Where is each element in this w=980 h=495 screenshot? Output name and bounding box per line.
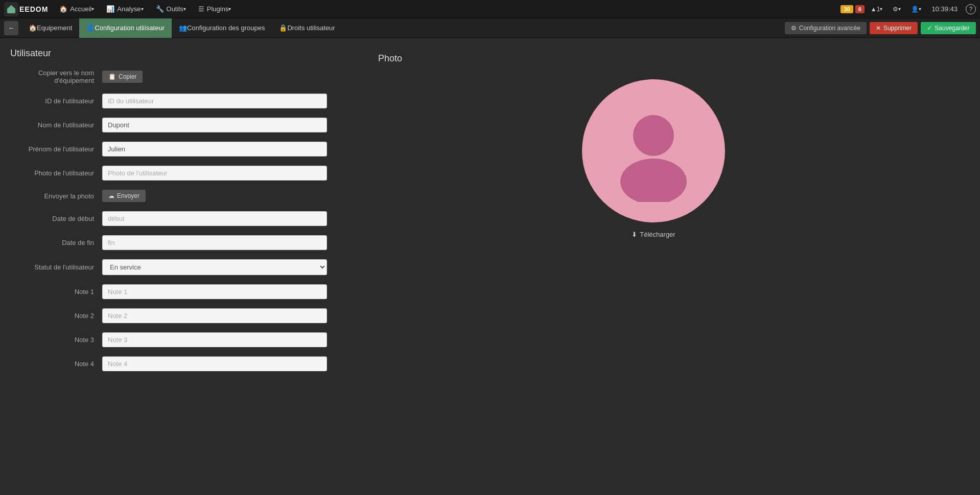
nom-input[interactable] [102, 118, 327, 132]
nav-analyse[interactable]: 📊 Analyse [100, 0, 149, 18]
note2-label: Note 2 [10, 312, 102, 320]
advanced-config-button[interactable]: ⚙ Configuration avancée [785, 22, 867, 34]
secondary-right: ⚙ Configuration avancée ✕ Supprimer ✓ Sa… [785, 22, 976, 34]
date-debut-row: Date de début [10, 211, 327, 226]
nav-right: 30 8 ▲ 1 ⚙ 👤 10:39:43 ? [841, 0, 976, 18]
right-panel: Photo ⬇ Télécharger [337, 48, 970, 380]
nav-user[interactable]: 👤 [907, 0, 925, 18]
note4-row: Note 4 [10, 356, 327, 371]
send-photo-label: Envoyer la photo [10, 192, 102, 200]
date-fin-label: Date de fin [10, 239, 102, 246]
note2-input[interactable] [102, 308, 327, 323]
user-icon: 👤 [911, 6, 919, 13]
download-button[interactable]: ⬇ Télécharger [632, 231, 675, 238]
avatar-circle [582, 79, 725, 222]
send-photo-button[interactable]: ☁ Envoyer [102, 190, 146, 202]
photo-row: Photo de l'utilisateur [10, 166, 327, 181]
svg-marker-1 [7, 5, 15, 9]
copy-icon: 📋 [108, 73, 116, 80]
avatar-container: ⬇ Télécharger [582, 79, 725, 238]
send-photo-row: Envoyer la photo ☁ Envoyer [10, 190, 327, 202]
copy-label: Copier vers le nom d'équipement [10, 69, 102, 84]
top-navbar: EEDOM 🏠 Accueil 📊 Analyse 🔧 Outils ☰ Plu… [0, 0, 980, 18]
note3-label: Note 3 [10, 336, 102, 344]
statut-select[interactable]: En service Hors service [102, 259, 327, 275]
main-content: Utilisateur Copier vers le nom d'équipem… [0, 38, 980, 391]
nav-settings[interactable]: ⚙ [889, 0, 905, 18]
droits-icon: 🔒 [279, 24, 287, 32]
nav-arrow-btn[interactable]: ▲ 1 [867, 0, 887, 18]
help-button[interactable]: ? [966, 4, 976, 14]
date-debut-input[interactable] [102, 211, 327, 226]
advanced-icon: ⚙ [791, 25, 797, 32]
save-icon: ✓ [927, 25, 932, 32]
nom-row: Nom de l'utilisateur [10, 118, 327, 132]
note4-input[interactable] [102, 356, 327, 371]
note4-label: Note 4 [10, 360, 102, 368]
tools-icon: 🔧 [156, 5, 164, 13]
nom-label: Nom de l'utilisateur [10, 121, 102, 129]
delete-icon: ✕ [876, 25, 881, 32]
config-user-icon: 👤 [86, 24, 95, 32]
note3-row: Note 3 [10, 332, 327, 347]
delete-button[interactable]: ✕ Supprimer [870, 22, 918, 34]
note1-input[interactable] [102, 284, 327, 299]
date-fin-input[interactable] [102, 235, 327, 250]
nav-outils[interactable]: 🔧 Outils [150, 0, 192, 18]
badge-red[interactable]: 8 [855, 5, 865, 13]
tab-equipement[interactable]: 🏠 Equipement [21, 18, 79, 38]
download-icon: ⬇ [632, 231, 637, 238]
config-groups-icon: 👥 [179, 24, 187, 32]
prenom-input[interactable] [102, 142, 327, 156]
statut-label: Statut de l'utilisateur [10, 263, 102, 271]
photo-title: Photo [378, 53, 402, 64]
tab-config-user[interactable]: 👤 Configuration utilisateur [79, 18, 172, 38]
copy-button[interactable]: 📋 Copier [102, 71, 143, 83]
plugins-icon: ☰ [198, 5, 204, 13]
logo-icon [4, 2, 18, 16]
date-debut-label: Date de début [10, 215, 102, 222]
cloud-icon: ☁ [108, 192, 114, 199]
avatar-svg [602, 100, 705, 202]
date-fin-row: Date de fin [10, 235, 327, 250]
badge-yellow[interactable]: 30 [841, 5, 853, 13]
tab-config-groups[interactable]: 👥 Configuration des groupes [172, 18, 272, 38]
secondary-navbar: ← 🏠 Equipement 👤 Configuration utilisate… [0, 18, 980, 38]
save-button[interactable]: ✓ Sauvegarder [921, 22, 976, 34]
prenom-label: Prénom de l'utilisateur [10, 145, 102, 153]
svg-point-3 [620, 159, 687, 202]
id-row: ID de l'utilisateur [10, 94, 327, 108]
logo-text: EEDOM [19, 5, 48, 13]
logo[interactable]: EEDOM [4, 2, 48, 16]
svg-point-2 [633, 115, 674, 156]
home-icon: 🏠 [59, 5, 67, 13]
id-label: ID de l'utilisateur [10, 97, 102, 105]
analyse-icon: 📊 [106, 5, 114, 13]
section-title: Utilisateur [10, 48, 327, 59]
tab-droits[interactable]: 🔒 Droits utilisateur [272, 18, 342, 38]
nav-accueil[interactable]: 🏠 Accueil [53, 0, 100, 18]
nav-plugins[interactable]: ☰ Plugins [192, 0, 238, 18]
back-button[interactable]: ← [4, 21, 18, 35]
note3-input[interactable] [102, 332, 327, 347]
statut-row: Statut de l'utilisateur En service Hors … [10, 259, 327, 275]
settings-icon: ⚙ [893, 6, 898, 13]
id-input[interactable] [102, 94, 327, 108]
time-display: 10:39:43 [927, 5, 962, 13]
equipment-icon: 🏠 [29, 24, 37, 32]
svg-rect-0 [7, 8, 15, 13]
left-panel: Utilisateur Copier vers le nom d'équipem… [10, 48, 327, 380]
photo-label: Photo de l'utilisateur [10, 169, 102, 177]
note1-row: Note 1 [10, 284, 327, 299]
note2-row: Note 2 [10, 308, 327, 323]
photo-input[interactable] [102, 166, 327, 181]
note1-label: Note 1 [10, 288, 102, 296]
copy-row: Copier vers le nom d'équipement 📋 Copier [10, 69, 327, 84]
prenom-row: Prénom de l'utilisateur [10, 142, 327, 156]
